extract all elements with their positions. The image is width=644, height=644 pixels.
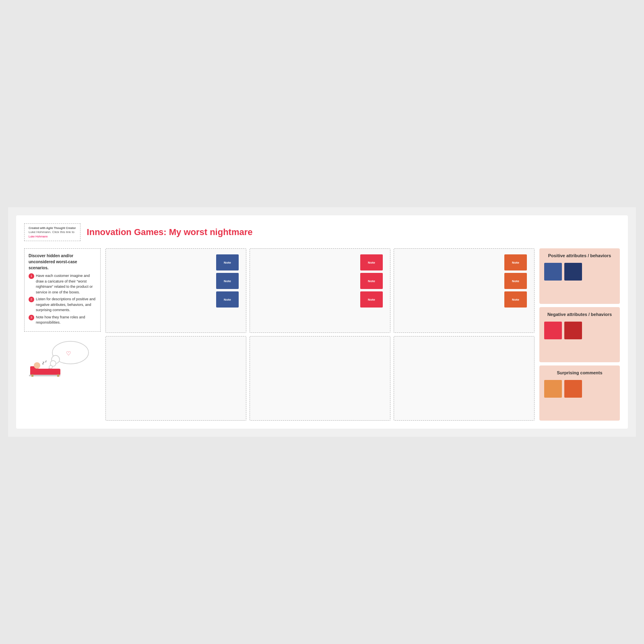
svg-text:z: z bbox=[42, 361, 45, 365]
surprising-section: Surprising comments bbox=[539, 365, 620, 421]
svg-text:z: z bbox=[45, 359, 47, 363]
surprising-sticky-1[interactable] bbox=[544, 380, 562, 398]
grid-cell-3: Note Note Note bbox=[394, 248, 535, 333]
grid-cell-5 bbox=[250, 336, 390, 421]
step-num-3: 3 bbox=[29, 315, 34, 320]
sticky-note-3-3[interactable]: Note bbox=[504, 291, 527, 308]
sticky-note-2-3[interactable]: Note bbox=[360, 291, 383, 308]
sticky-note-1-1[interactable]: Note bbox=[216, 254, 239, 270]
logo-link[interactable]: Luke Hohmann bbox=[29, 235, 76, 239]
header-row: Created with Agile Thought Creator Luke … bbox=[24, 223, 620, 242]
outer-wrapper: Created with Agile Thought Creator Luke … bbox=[8, 207, 636, 437]
positive-title: Positive attributes / behaviors bbox=[544, 253, 615, 258]
step-2: 2 Listen for descriptions of positive an… bbox=[29, 297, 96, 313]
step-2-text: Listen for descriptions of positive and … bbox=[36, 297, 96, 313]
surprising-stickies bbox=[544, 380, 615, 398]
sticky-group-1: Note Note Note bbox=[216, 254, 240, 308]
surprising-title: Surprising comments bbox=[544, 370, 615, 375]
grid-cell-4 bbox=[105, 336, 246, 421]
positive-sticky-2[interactable] bbox=[564, 263, 582, 281]
nightmare-svg: ♡ z z bbox=[28, 337, 97, 378]
svg-rect-10 bbox=[36, 369, 58, 374]
nightmare-illustration: ♡ z z bbox=[24, 337, 101, 378]
step-num-1: 1 bbox=[29, 273, 34, 279]
center-grid: Note Note Note Note Note Note bbox=[105, 248, 535, 421]
sticky-note-2-2[interactable]: Note bbox=[360, 273, 383, 289]
grid-cell-1: Note Note Note bbox=[105, 248, 246, 333]
logo-box: Created with Agile Thought Creator Luke … bbox=[24, 223, 80, 242]
step-3: 3 Note how they frame roles and responsi… bbox=[29, 315, 96, 326]
surprising-sticky-2[interactable] bbox=[564, 380, 582, 398]
page-title: Innovation Games: My worst nightmare bbox=[87, 227, 253, 237]
svg-text:♡: ♡ bbox=[66, 350, 71, 357]
right-sidebar: Positive attributes / behaviors Negative… bbox=[539, 248, 620, 421]
positive-stickies bbox=[544, 263, 615, 281]
instruction-box: Discover hidden and/or unconsidered wors… bbox=[24, 248, 101, 332]
sticky-note-3-1[interactable]: Note bbox=[504, 254, 527, 270]
sticky-note-1-3[interactable]: Note bbox=[216, 291, 239, 308]
grid-cell-2: Note Note Note bbox=[250, 248, 390, 333]
step-1-text: Have each customer imagine and draw a ca… bbox=[36, 273, 96, 295]
positive-sticky-1[interactable] bbox=[544, 263, 562, 281]
instruction-panel: Discover hidden and/or unconsidered wors… bbox=[24, 248, 101, 421]
content-area: Discover hidden and/or unconsidered wors… bbox=[24, 248, 620, 421]
negative-title: Negative attributes / behaviors bbox=[544, 312, 615, 317]
negative-sticky-1[interactable] bbox=[544, 322, 562, 339]
svg-point-3 bbox=[49, 365, 52, 369]
svg-point-9 bbox=[34, 362, 40, 369]
svg-rect-15 bbox=[57, 374, 59, 377]
sticky-note-3-2[interactable]: Note bbox=[504, 273, 527, 289]
logo-line2: Luke Hohmann. Click this link to bbox=[29, 230, 76, 234]
step-num-2: 2 bbox=[29, 297, 34, 302]
negative-stickies bbox=[544, 322, 615, 339]
logo-title: Created with Agile Thought Creator bbox=[29, 226, 76, 230]
positive-section: Positive attributes / behaviors bbox=[539, 248, 620, 303]
step-1: 1 Have each customer imagine and draw a … bbox=[29, 273, 96, 295]
grid-cell-6 bbox=[394, 336, 535, 421]
sticky-note-1-2[interactable]: Note bbox=[216, 273, 239, 289]
instruction-title: Discover hidden and/or unconsidered wors… bbox=[29, 253, 96, 271]
negative-sticky-2[interactable] bbox=[564, 322, 582, 339]
svg-rect-14 bbox=[31, 374, 33, 377]
sticky-group-2: Note Note Note bbox=[360, 254, 384, 308]
svg-rect-13 bbox=[29, 375, 60, 376]
negative-section: Negative attributes / behaviors bbox=[539, 307, 620, 362]
sticky-group-3: Note Note Note bbox=[504, 254, 528, 308]
step-3-text: Note how they frame roles and responsibi… bbox=[36, 315, 96, 326]
main-card: Created with Agile Thought Creator Luke … bbox=[16, 215, 628, 429]
sticky-note-2-1[interactable]: Note bbox=[360, 254, 383, 270]
